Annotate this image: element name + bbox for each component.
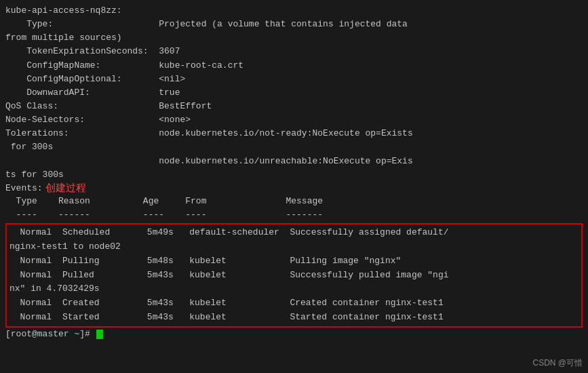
- line-9: Node-Selectors: <none>: [5, 113, 583, 127]
- line-4: TokenExpirationSeconds: 3607: [5, 45, 583, 58]
- line-11: for 300s: [5, 140, 583, 154]
- line-10: Tolerations: node.kubernetes.io/not-read…: [5, 127, 583, 140]
- prompt-text: [root@master ~]#: [5, 328, 96, 341]
- event-row-4: nx" in 4.7032429s: [9, 282, 579, 296]
- events-box: Normal Scheduled 5m49s default-scheduler…: [5, 223, 583, 328]
- watermark: CSDN @可惜: [532, 357, 583, 369]
- line-5: ConfigMapName: kube-root-ca.crt: [5, 59, 583, 73]
- events-label: Events:: [5, 183, 43, 193]
- cursor: [96, 330, 103, 339]
- line-7: DownwardAPI: true: [5, 86, 583, 100]
- event-row-6: Normal Started 5m43s kubelet Started con…: [9, 311, 579, 325]
- line-8: QoS Class: BestEffort: [5, 100, 583, 113]
- line-3: from multiple sources): [5, 31, 583, 45]
- events-header: Events: 创建过程: [5, 182, 583, 195]
- line-2: Type: Projected (a volume that contains …: [5, 18, 583, 31]
- col-dashes: ---- ------ ---- ---- -------: [5, 208, 583, 222]
- event-row-1: nginx-test1 to node02: [9, 240, 579, 254]
- line-6: ConfigMapOptional: <nil>: [5, 73, 583, 86]
- event-row-0: Normal Scheduled 5m49s default-scheduler…: [9, 226, 579, 240]
- prompt-line[interactable]: [root@master ~]#: [5, 328, 583, 341]
- events-cjk-label: 创建过程: [45, 182, 86, 195]
- col-headers: Type Reason Age From Message: [5, 195, 583, 208]
- line-12: node.kubernetes.io/unreachable:NoExecute…: [5, 155, 583, 168]
- event-row-2: Normal Pulling 5m48s kubelet Pulling ima…: [9, 254, 579, 269]
- line-1: kube-api-access-nq8zz:: [5, 4, 583, 18]
- event-row-5: Normal Created 5m43s kubelet Created con…: [9, 296, 579, 311]
- event-row-3: Normal Pulled 5m43s kubelet Successfully…: [9, 269, 579, 283]
- terminal: kube-api-access-nq8zz: Type: Projected (…: [0, 0, 588, 373]
- line-13: ts for 300s: [5, 168, 583, 182]
